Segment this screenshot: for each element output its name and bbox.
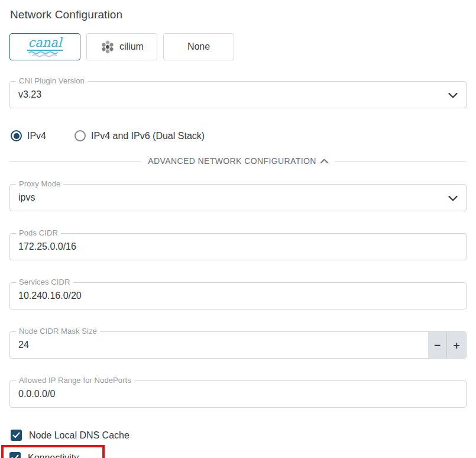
divider-line-right (335, 161, 467, 162)
radio-dual-stack-label: IPv4 and IPv6 (Dual Stack) (91, 131, 205, 141)
proxy-mode-select[interactable]: ipvs (9, 184, 467, 211)
node-local-dns-cache-label: Node Local DNS Cache (29, 430, 129, 441)
radio-selected-icon (11, 130, 22, 141)
node-local-dns-cache-checkbox-row[interactable]: Node Local DNS Cache (11, 430, 467, 441)
proxy-mode-label: Proxy Mode (16, 179, 63, 188)
none-option-label: None (187, 41, 210, 52)
konnectivity-label: Konnectivity (28, 453, 79, 458)
pods-cidr-field: Pods CIDR (9, 233, 467, 260)
chevron-up-icon (320, 159, 328, 163)
konnectivity-checkbox-row[interactable]: Konnectivity (9, 452, 79, 458)
cni-provider-options: canal cilium None (9, 33, 467, 60)
decrement-button[interactable]: − (428, 332, 447, 358)
advanced-section-divider: ADVANCED NETWORK CONFIGURATION (9, 156, 467, 166)
radio-ipv4[interactable]: IPv4 (11, 130, 46, 141)
checkbox-checked-icon[interactable] (9, 452, 21, 458)
services-cidr-field: Services CIDR (9, 282, 467, 309)
red-highlight-box: Konnectivity (1, 445, 105, 458)
cni-plugin-version-label: CNI Plugin Version (16, 76, 88, 85)
divider-line-left (9, 161, 141, 162)
proxy-mode-value: ipvs (18, 192, 35, 203)
canal-waves-icon (25, 51, 64, 57)
chevron-down-icon (448, 93, 458, 98)
canal-logo: canal (25, 37, 64, 57)
radio-dual-stack[interactable]: IPv4 and IPv6 (Dual Stack) (75, 130, 205, 141)
cni-plugin-version-field: CNI Plugin Version v3.23 (9, 81, 467, 108)
cni-option-cilium[interactable]: cilium (86, 33, 157, 60)
cni-option-none[interactable]: None (163, 33, 234, 60)
advanced-toggle-label: ADVANCED NETWORK CONFIGURATION (148, 156, 316, 166)
node-cidr-mask-size-label: Node CIDR Mask Size (16, 327, 100, 336)
nodeport-range-field: Allowed IP Range for NodePorts (9, 380, 467, 408)
nodeport-range-label: Allowed IP Range for NodePorts (16, 376, 134, 385)
advanced-network-configuration-toggle[interactable]: ADVANCED NETWORK CONFIGURATION (141, 156, 335, 166)
node-cidr-mask-size-field: Node CIDR Mask Size − + (9, 331, 467, 359)
services-cidr-input[interactable] (9, 282, 467, 309)
pods-cidr-input[interactable] (9, 233, 467, 260)
services-cidr-label: Services CIDR (16, 278, 73, 286)
cni-option-canal[interactable]: canal (9, 33, 80, 60)
pods-cidr-label: Pods CIDR (16, 228, 61, 237)
checkmark-icon (12, 432, 20, 438)
cilium-option-label: cilium (119, 41, 144, 52)
increment-button[interactable]: + (447, 332, 466, 358)
chevron-down-icon (448, 196, 458, 201)
cilium-hexagon-icon (100, 39, 115, 54)
proxy-mode-field: Proxy Mode ipvs (9, 184, 467, 211)
node-cidr-mask-stepper: − + (428, 332, 466, 358)
checkmark-icon (11, 454, 19, 458)
checkbox-checked-icon[interactable] (11, 430, 22, 441)
radio-unselected-icon (75, 130, 86, 141)
page-title: Network Configuration (10, 8, 467, 21)
radio-ipv4-label: IPv4 (27, 131, 46, 141)
ip-stack-radio-group: IPv4 IPv4 and IPv6 (Dual Stack) (11, 130, 467, 141)
cni-plugin-version-value: v3.23 (18, 89, 41, 100)
